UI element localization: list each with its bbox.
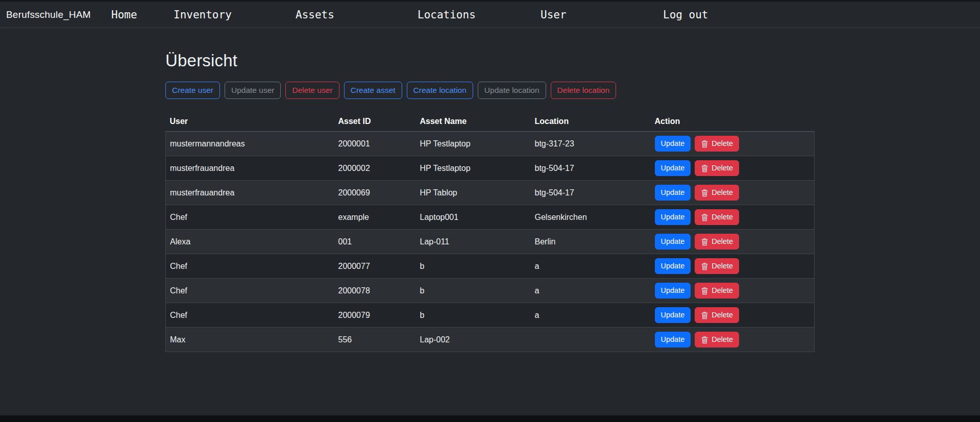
cell-user: mustermannandreas [166,132,334,156]
cell-user: Chef [166,279,334,303]
cell-asset-name: HP Tablop [416,181,531,205]
update-button[interactable]: Update [655,234,691,250]
cell-user: Chef [166,254,334,279]
trash-icon [701,287,708,295]
navbar: Berufsschule_HAM HomeInventoryAssetsLoca… [0,2,980,28]
table-row: ChefexampleLaptop001GelsenkirchenUpdateD… [166,205,815,230]
toolbar: Create userUpdate userDelete userCreate … [165,82,815,99]
delete-button-label: Delete [712,140,733,147]
cell-asset-id: 556 [334,328,416,352]
create-user-button[interactable]: Create user [165,82,220,99]
delete-button-label: Delete [712,238,733,245]
update-button[interactable]: Update [655,258,691,274]
update-button[interactable]: Update [655,307,691,323]
trash-icon [701,336,708,344]
update-user-button[interactable]: Update user [225,82,281,99]
cell-asset-name: b [416,254,531,279]
update-button[interactable]: Update [655,185,691,201]
page-title: Übersicht [165,51,815,70]
delete-button-label: Delete [712,213,733,221]
cell-action: UpdateDelete [651,156,815,181]
delete-button[interactable]: Delete [695,185,739,201]
table-row: Chef2000079baUpdateDelete [166,303,815,328]
cell-asset-name: Lap-011 [416,230,531,254]
nav-link-user[interactable]: User [541,9,663,21]
nav-link-locations[interactable]: Locations [418,9,541,21]
cell-action: UpdateDelete [651,205,815,230]
delete-button-label: Delete [712,262,733,270]
update-button[interactable]: Update [655,160,691,176]
trash-icon [701,262,708,270]
cell-asset-id: example [334,205,416,230]
table-row: Chef2000077baUpdateDelete [166,254,815,279]
trash-icon [701,189,708,197]
trash-icon [701,238,708,246]
table-row: musterfrauandrea2000069HP Tablopbtg-504-… [166,181,815,205]
cell-asset-id: 001 [334,230,416,254]
window-bottom-edge [0,415,980,422]
table-header: User Asset ID Asset Name Location Action [166,112,815,132]
cell-location: btg-504-17 [531,156,651,181]
cell-asset-name: b [416,303,531,328]
cell-location: Gelsenkirchen [531,205,651,230]
cell-asset-id: 2000079 [334,303,416,328]
update-button[interactable]: Update [655,332,691,347]
cell-asset-name: Laptop001 [416,205,531,230]
table-row: Chef2000078baUpdateDelete [166,279,815,303]
cell-user: Max [166,328,334,352]
cell-user: Alexa [166,230,334,254]
header-asset-name: Asset Name [416,112,531,132]
trash-icon [701,140,708,148]
delete-button[interactable]: Delete [695,209,739,225]
delete-button[interactable]: Delete [695,332,739,347]
update-location-button[interactable]: Update location [478,82,546,99]
navbar-links: HomeInventoryAssetsLocationsUserLog out [111,9,708,21]
update-button[interactable]: Update [655,209,691,225]
header-user: User [166,112,334,132]
trash-icon [701,213,708,221]
update-button[interactable]: Update [655,283,691,299]
cell-action: UpdateDelete [651,230,815,254]
delete-button[interactable]: Delete [695,160,739,176]
delete-location-button[interactable]: Delete location [551,82,617,99]
delete-user-button[interactable]: Delete user [285,82,339,99]
cell-action: UpdateDelete [651,303,815,328]
delete-button[interactable]: Delete [695,136,739,152]
header-location: Location [531,112,651,132]
cell-location [531,328,651,352]
delete-button[interactable]: Delete [695,307,739,323]
table-row: Alexa001Lap-011BerlinUpdateDelete [166,230,815,254]
cell-action: UpdateDelete [651,279,815,303]
cell-asset-id: 2000002 [334,156,416,181]
cell-location: btg-504-17 [531,181,651,205]
navbar-brand[interactable]: Berufsschule_HAM [6,9,111,20]
nav-link-assets[interactable]: Assets [296,9,418,21]
cell-location: a [531,279,651,303]
main-content: Übersicht Create userUpdate userDelete u… [153,28,827,352]
assets-table: User Asset ID Asset Name Location Action… [165,112,815,352]
cell-asset-id: 2000078 [334,279,416,303]
create-asset-button[interactable]: Create asset [344,82,402,99]
cell-user: Chef [166,205,334,230]
cell-location: a [531,303,651,328]
header-asset-id: Asset ID [334,112,416,132]
trash-icon [701,311,708,319]
delete-button[interactable]: Delete [695,283,739,299]
cell-user: musterfrauandrea [166,181,334,205]
nav-link-log-out[interactable]: Log out [663,9,708,21]
create-location-button[interactable]: Create location [407,82,473,99]
cell-location: Berlin [531,230,651,254]
cell-asset-name: HP Testlaptop [416,156,531,181]
update-button[interactable]: Update [655,136,691,152]
table-row: Max556Lap-002UpdateDelete [166,328,815,352]
table-row: musterfrauandrea2000002HP Testlaptopbtg-… [166,156,815,181]
trash-icon [701,164,708,172]
cell-user: musterfrauandrea [166,156,334,181]
nav-link-inventory[interactable]: Inventory [174,9,296,21]
cell-action: UpdateDelete [651,132,815,156]
cell-asset-id: 2000001 [334,132,416,156]
table-row: mustermannandreas2000001HP Testlaptopbtg… [166,132,815,156]
delete-button[interactable]: Delete [695,258,739,274]
delete-button[interactable]: Delete [695,234,739,250]
nav-link-home[interactable]: Home [111,9,174,21]
